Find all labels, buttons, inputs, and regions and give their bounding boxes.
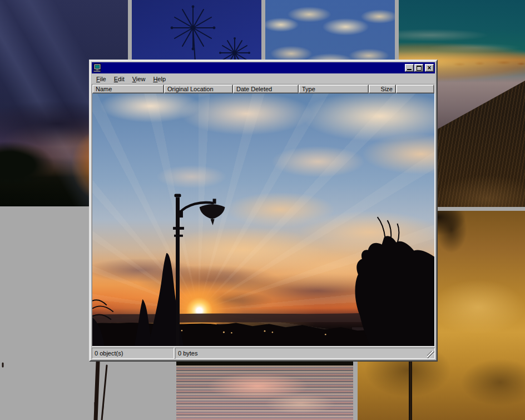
wallpaper-silhouettes xyxy=(92,93,434,346)
window-titlebar[interactable]: × xyxy=(92,62,435,73)
close-button[interactable]: × xyxy=(425,64,434,72)
maximize-button[interactable] xyxy=(414,64,423,72)
desktop: × File Edit View Help Name Original Loca… xyxy=(0,0,525,420)
column-header-date-deleted[interactable]: Date Deleted xyxy=(233,85,299,93)
status-size-text: 0 bytes xyxy=(178,350,197,357)
menu-view[interactable]: View xyxy=(128,75,150,83)
menu-help[interactable]: Help xyxy=(149,75,170,83)
resize-grip[interactable] xyxy=(427,351,434,358)
minimize-icon xyxy=(407,69,412,70)
column-headers: Name Original Location Date Deleted Type… xyxy=(92,85,434,93)
status-objects-text: 0 object(s) xyxy=(95,350,123,357)
column-header-name[interactable]: Name xyxy=(92,85,164,93)
status-bar: 0 object(s) 0 bytes xyxy=(92,347,435,359)
menu-file[interactable]: File xyxy=(92,75,110,83)
recycle-bin-window: × File Edit View Help Name Original Loca… xyxy=(89,60,438,362)
list-viewport[interactable] xyxy=(92,93,434,346)
computer-icon[interactable] xyxy=(93,63,102,72)
close-icon: × xyxy=(427,65,431,71)
water-ripples xyxy=(176,365,353,420)
caption-buttons: × xyxy=(404,64,434,72)
column-header-size[interactable]: Size xyxy=(369,85,396,93)
column-header-original-location[interactable]: Original Location xyxy=(164,85,233,93)
menu-bar: File Edit View Help xyxy=(92,73,435,84)
column-header-filler xyxy=(396,85,434,93)
file-list: Name Original Location Date Deleted Type… xyxy=(92,84,435,347)
menu-edit[interactable]: Edit xyxy=(110,75,128,83)
maximize-icon xyxy=(417,66,422,71)
lamp-pole-silhouette xyxy=(409,357,412,420)
status-objects-panel: 0 object(s) xyxy=(92,348,174,359)
status-size-panel: 0 bytes xyxy=(175,348,435,359)
minimize-button[interactable] xyxy=(405,64,414,72)
column-header-type[interactable]: Type xyxy=(299,85,369,93)
